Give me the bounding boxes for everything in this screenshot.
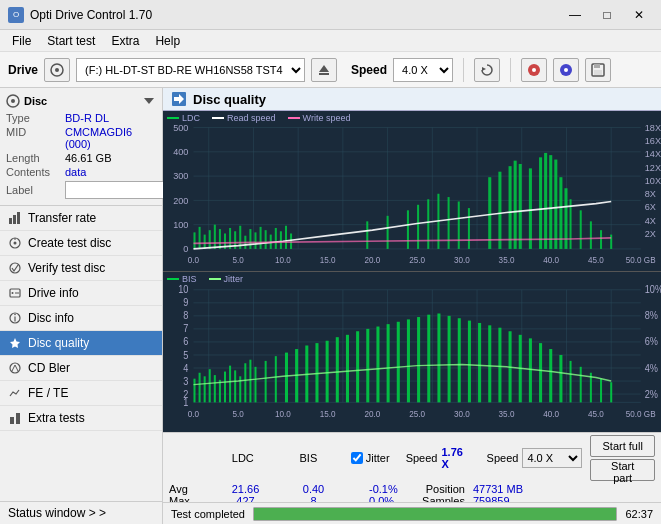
svg-text:4X: 4X [645,214,657,225]
svg-rect-191 [346,335,349,403]
bis-legend-label: BIS [182,274,197,284]
minimize-button[interactable]: — [561,3,589,27]
main-area: Disc Type BD-R DL MID CMCMAGDI6 (000) Le… [0,88,661,524]
start-full-button[interactable]: Start full [590,435,655,457]
sidebar-item-cd-bler[interactable]: CD Bler [0,356,162,381]
avg-bis-value: 0.40 [286,483,341,495]
speed-select[interactable]: 4.0 X [393,58,453,82]
progress-bar-area: Test completed 62:37 [163,502,661,524]
svg-rect-176 [224,372,226,403]
eject-button[interactable] [311,58,337,82]
transfer-rate-icon [8,211,22,225]
save-button[interactable] [585,58,611,82]
svg-rect-34 [163,111,661,271]
svg-text:6: 6 [183,336,189,348]
svg-text:10.0: 10.0 [275,408,291,419]
ldc-col-label: LDC [232,452,254,464]
sidebar-item-verify-test-disc[interactable]: Verify test disc [0,256,162,281]
svg-text:6%: 6% [645,336,658,348]
svg-rect-199 [427,315,430,403]
svg-rect-107 [498,172,501,249]
sidebar-item-drive-info[interactable]: Drive info [0,281,162,306]
bottom-chart-legend: BIS Jitter [167,274,243,284]
menu-file[interactable]: File [4,32,39,50]
svg-rect-217 [610,382,612,402]
svg-text:40.0: 40.0 [543,255,559,265]
svg-rect-178 [234,370,236,402]
drive-select[interactable]: (F:) HL-DT-ST BD-RE WH16NS58 TST4 [76,58,305,82]
sidebar-item-disc-quality[interactable]: Disc quality [0,331,162,356]
create-test-disc-icon [8,236,22,250]
menu-start-test[interactable]: Start test [39,32,103,50]
speed-label: Speed [351,63,387,77]
sidebar-item-fe-te[interactable]: FE / TE [0,381,162,406]
svg-rect-100 [417,205,419,249]
svg-rect-114 [549,155,552,249]
svg-point-6 [532,68,536,72]
status-window-button[interactable]: Status window > > [0,501,162,524]
svg-rect-11 [594,70,602,75]
svg-rect-197 [407,319,410,402]
svg-text:10: 10 [178,284,189,296]
svg-rect-81 [214,225,216,249]
disc-info-label: Disc info [28,311,74,325]
svg-rect-105 [468,208,470,249]
jitter-checkbox[interactable] [351,452,363,464]
svg-rect-109 [514,161,517,249]
svg-text:2X: 2X [645,227,657,238]
app-icon: O [8,7,24,23]
svg-text:14X: 14X [645,148,661,159]
svg-text:2%: 2% [645,388,658,400]
sidebar-item-extra-tests[interactable]: Extra tests [0,406,162,431]
progress-bar-fill [254,508,616,520]
disc-panel-icon [6,94,20,108]
svg-rect-10 [594,64,600,68]
sidebar-item-transfer-rate[interactable]: Transfer rate [0,206,162,231]
svg-text:0.0: 0.0 [188,408,199,419]
svg-text:45.0: 45.0 [588,255,604,265]
write-button[interactable] [553,58,579,82]
svg-rect-101 [427,199,429,249]
sidebar-item-disc-info[interactable]: Disc info [0,306,162,331]
svg-rect-193 [366,329,369,402]
read-speed-legend-item: Read speed [212,113,276,123]
speed-display-container: Speed 1.76 X [406,446,471,470]
position-label: Position [426,483,465,495]
drive-icon-button[interactable] [44,58,70,82]
verify-test-disc-icon [8,261,22,275]
svg-rect-172 [204,376,206,402]
svg-rect-182 [254,367,256,403]
menu-bar: File Start test Extra Help [0,30,661,52]
extra-tests-label: Extra tests [28,411,85,425]
sidebar-item-create-test-disc[interactable]: Create test disc [0,231,162,256]
close-button[interactable]: ✕ [625,3,653,27]
svg-point-1 [55,68,59,72]
svg-rect-99 [407,210,409,249]
ldc-header: LDC [212,452,274,464]
contents-value: data [65,166,86,178]
maximize-button[interactable]: □ [593,3,621,27]
menu-help[interactable]: Help [147,32,188,50]
speed-select-stats[interactable]: 4.0 X [522,448,582,468]
create-test-disc-label: Create test disc [28,236,111,250]
svg-rect-198 [417,317,420,402]
disc-button[interactable] [521,58,547,82]
disc-arrow-icon [142,94,156,108]
svg-text:18X: 18X [645,122,661,133]
svg-rect-214 [580,367,582,403]
svg-text:8: 8 [183,310,189,322]
svg-rect-211 [549,349,552,402]
top-chart-legend: LDC Read speed Write speed [167,113,661,123]
read-speed-legend-label: Read speed [227,113,276,123]
jitter-legend-item: Jitter [209,274,244,284]
refresh-button[interactable] [474,58,500,82]
svg-rect-212 [559,355,562,402]
jitter-legend-color [209,278,221,280]
start-part-button[interactable]: Start part [590,459,655,481]
svg-rect-77 [193,232,195,249]
title-bar: O Opti Drive Control 1.70 — □ ✕ [0,0,661,30]
top-chart-svg: 500 400 300 200 100 0 18X 16X 14X 12X 10… [163,111,661,271]
svg-rect-15 [9,218,12,224]
menu-extra[interactable]: Extra [103,32,147,50]
drive-info-icon [8,286,22,300]
